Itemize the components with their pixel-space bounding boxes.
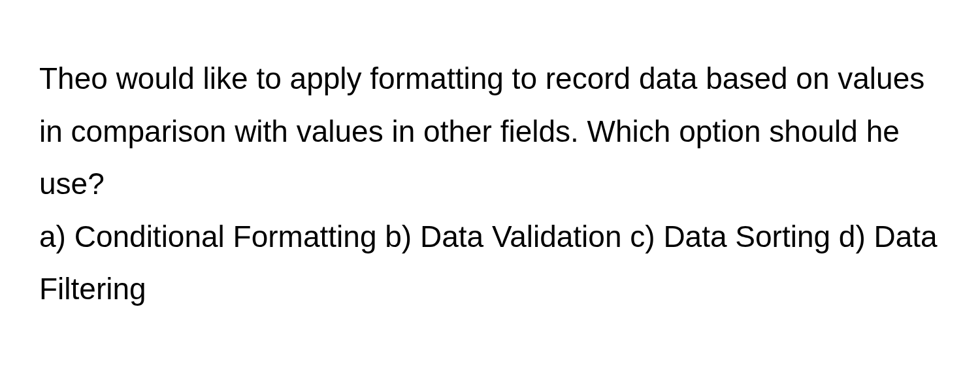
question-prompt: Theo would like to apply formatting to r… bbox=[39, 52, 941, 210]
question-options: a) Conditional Formatting b) Data Valida… bbox=[39, 210, 941, 316]
